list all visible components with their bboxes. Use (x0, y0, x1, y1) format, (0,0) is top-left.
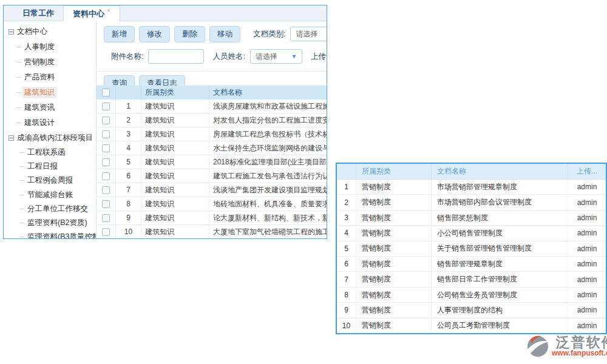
add-button[interactable]: 新增 (104, 26, 135, 42)
row-uploader: admin (568, 211, 606, 225)
tab-daily-work[interactable]: 日常工作 (13, 5, 63, 21)
row-category: 营销制度 (356, 318, 432, 333)
tab-bar: 日常工作 资料中心 × (4, 5, 327, 21)
sidebar-item[interactable]: 营销制度 (4, 55, 96, 70)
row-index: 8 (116, 197, 141, 211)
table-row[interactable]: 2 营销制度 市场营销部内部会议管理制度 admin (337, 195, 606, 210)
doc-type-label: 文档类别: (253, 29, 285, 39)
fanpu-url[interactable]: www.fanpusoft.com (552, 349, 607, 357)
row-category: 建筑知识 (141, 169, 209, 183)
table-row[interactable]: 3 建筑知识 房屋建筑工程总承包投标书（技术标）... (97, 127, 327, 141)
sidebar-item[interactable]: 分工单位工作移交 (4, 202, 96, 216)
table-row[interactable]: 7 建筑知识 浅谈地产集团开发建设项目监理规划编... (97, 183, 327, 197)
row-checkbox[interactable] (102, 228, 110, 236)
row-checkbox[interactable] (102, 172, 110, 180)
row-checkbox[interactable] (102, 200, 110, 208)
attachment-name-input[interactable] (148, 49, 204, 64)
row-index: 8 (337, 288, 356, 302)
table-row[interactable]: 4 营销制度 小公司销售管理制度 admin (337, 226, 606, 241)
row-index: 7 (337, 272, 356, 286)
row-category: 营销制度 (356, 303, 432, 317)
row-category: 建筑知识 (141, 113, 209, 127)
close-icon[interactable]: × (107, 7, 110, 14)
chevron-down-icon: ▼ (291, 53, 297, 59)
sidebar-item[interactable]: 工程联系函 (4, 146, 96, 160)
row-index: 9 (337, 303, 356, 317)
table-row[interactable]: 5 营销制度 关于销售部管理销售管理制度 admin (337, 241, 606, 257)
sidebar-item[interactable]: 监理资料(B3质量控制) (4, 230, 96, 238)
row-category: 建筑知识 (141, 99, 209, 113)
tree-node-label: 文档中心 (17, 27, 47, 37)
row-doc-name: 销售部日常工作管理制度 (432, 272, 568, 286)
row-uploader: admin (568, 226, 606, 240)
person-name-select[interactable]: 请选择 ▼ (250, 49, 302, 64)
table-row[interactable]: 1 建筑知识 浅谈房屋建筑和市政基础设施工程施工... (97, 99, 327, 113)
sidebar-item[interactable]: 建筑知识 (4, 85, 96, 100)
table-row[interactable]: 4 建筑知识 水土保持生态环境监测网络的建设与资... (97, 141, 327, 155)
sidebar-item-label: 建筑资讯 (22, 102, 56, 113)
row-index: 3 (116, 127, 141, 141)
table-row[interactable]: 9 建筑知识 论大厦新材料、新结构、新技术，新工... (97, 211, 327, 225)
sidebar-tree: 文档中心 人事制度 营销制度 产品资料 (4, 21, 97, 238)
sidebar-item[interactable]: 人事制度 (4, 39, 96, 55)
sidebar-item[interactable]: 工程日报 (4, 160, 96, 174)
doc-type-select[interactable]: 请选择 ▼ (290, 27, 327, 41)
row-checkbox[interactable] (102, 186, 110, 194)
row-checkbox[interactable] (102, 214, 110, 222)
tree-children-document-center: 人事制度 营销制度 产品资料 建筑知识 建筑资讯 (4, 39, 96, 130)
select-all-checkbox[interactable] (102, 89, 110, 96)
row-checkbox[interactable] (102, 103, 110, 110)
sidebar-item[interactable]: 建筑设计 (4, 115, 96, 130)
document-center-window: 日常工作 资料中心 × 文档中心 人事制度 营销制度 (3, 5, 327, 239)
row-checkbox[interactable] (102, 158, 110, 166)
row-checkbox[interactable] (102, 116, 110, 124)
row-doc-name: 建筑工程施工发包与承包违法行为认定... (209, 169, 327, 183)
tree-node-project[interactable]: 成渝高铁内江标段项目 (4, 130, 96, 146)
sidebar-item[interactable]: 产品资料 (4, 70, 96, 85)
move-button[interactable]: 移动 (209, 26, 240, 42)
table-row[interactable]: 6 营销制度 销售部管理规章制度 admin (337, 257, 606, 272)
row-checkbox[interactable] (102, 144, 110, 152)
edit-button[interactable]: 修改 (139, 26, 170, 42)
row-category: 营销制度 (356, 257, 432, 271)
row-checkbox[interactable] (102, 130, 110, 138)
collapse-icon[interactable] (8, 135, 14, 141)
doc-type-select-value: 请选择 (296, 29, 317, 39)
row-index: 4 (337, 226, 356, 240)
table-row[interactable]: 8 营销制度 公司销售业务员管理制度 admin (337, 288, 606, 303)
sidebar-item-label: 节能减排台账 (25, 189, 75, 201)
tab-data-center[interactable]: 资料中心 × (63, 5, 120, 21)
row-doc-name: 水土保持生态环境监测网络的建设与资... (209, 141, 327, 155)
sidebar-item-label: 建筑知识 (22, 87, 56, 98)
collapse-icon[interactable] (8, 29, 14, 35)
table-row[interactable]: 1 营销制度 市场营销部管理规章制度 admin (337, 180, 606, 195)
sidebar-item[interactable]: 建筑资讯 (4, 100, 96, 115)
table-row[interactable]: 10 建筑知识 大厦地下室加气砼墙砌筑工程的施工方... (97, 225, 327, 238)
tree-children-project: 工程联系函 工程日报 工程例会周报 节能减排台账 分工单 (4, 146, 96, 238)
delete-button[interactable]: 删除 (174, 26, 205, 42)
row-uploader: admin (568, 318, 606, 333)
table-row[interactable]: 9 营销制度 人事管理制度的结构 admin (337, 303, 606, 318)
table-row[interactable]: 2 建筑知识 对发包人指定分包的工程施工进度安排... (97, 113, 327, 127)
filter-row: 附件名称: 人员姓名: 请选择 ▼ 上传日期 (111, 49, 327, 64)
row-doc-name: 公司员工考勤管理制度 (432, 318, 568, 333)
table-row[interactable]: 5 建筑知识 2018标准化监理项目部(业主项目部)人员... (97, 155, 327, 169)
sidebar-item[interactable]: 工程例会周报 (4, 174, 96, 187)
sidebar-item[interactable]: 节能减排台账 (4, 188, 96, 202)
sidebar-item-label: 监理资料(B2资质) (25, 217, 89, 229)
table-row[interactable]: 7 营销制度 销售部日常工作管理制度 admin (337, 272, 606, 287)
table-body: 1 建筑知识 浅谈房屋建筑和市政基础设施工程施工... 2 建筑知识 对发包人指… (97, 99, 327, 238)
row-doc-name: 销售部管理规章制度 (432, 257, 568, 271)
row-doc-name: 大厦地下室加气砼墙砌筑工程的施工方... (209, 225, 327, 238)
row-index: 1 (337, 180, 356, 194)
tree-node-document-center[interactable]: 文档中心 (4, 24, 96, 39)
sidebar-item[interactable]: 监理资料(B2资质) (4, 216, 96, 230)
table-row[interactable]: 6 建筑知识 建筑工程施工发包与承包违法行为认定... (97, 169, 327, 183)
table-row[interactable]: 3 营销制度 销售部奖惩制度 admin (337, 211, 606, 226)
row-category: 建筑知识 (141, 225, 209, 238)
sidebar-item-label: 营销制度 (22, 56, 56, 68)
header-category: 所属别类 (356, 164, 432, 179)
row-doc-name: 地砖地面材料、机具准备、质量要求及... (209, 197, 327, 211)
table-row[interactable]: 8 建筑知识 地砖地面材料、机具准备、质量要求及... (97, 197, 327, 211)
table-row[interactable]: 10 营销制度 公司员工考勤管理制度 admin (337, 318, 606, 333)
